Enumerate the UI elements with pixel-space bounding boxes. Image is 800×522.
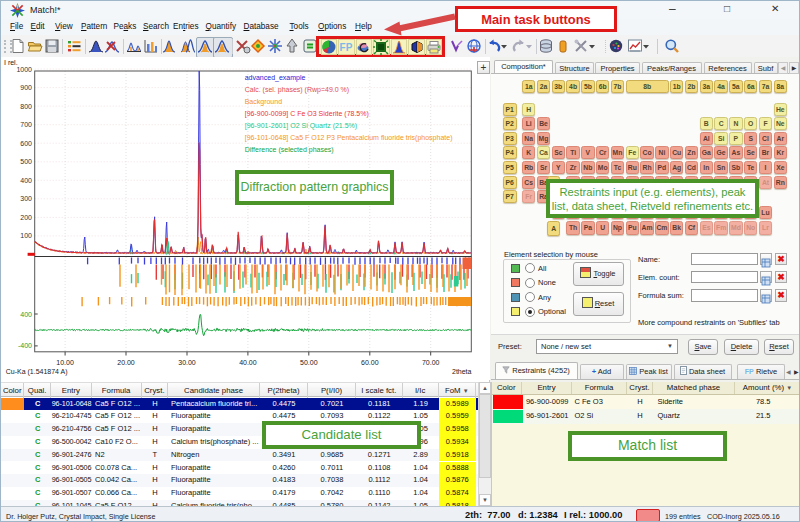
svg-text:70.00: 70.00 (422, 359, 440, 366)
svg-text:60.00: 60.00 (361, 359, 379, 366)
svg-text:Difference (selected phases): Difference (selected phases) (245, 146, 334, 154)
svg-text:400: 400 (20, 311, 32, 318)
svg-text:-400: -400 (18, 342, 32, 349)
svg-text:Calc. (sel. phases) (Rwp=49.0: Calc. (sel. phases) (Rwp=49.0 %) (245, 86, 349, 94)
svg-text:200: 200 (20, 214, 32, 221)
svg-text:700: 700 (20, 121, 32, 128)
svg-text:20.00: 20.00 (117, 359, 135, 366)
svg-text:50.00: 50.00 (300, 359, 318, 366)
svg-text:300: 300 (20, 195, 32, 202)
svg-text:[96-901-2601] O2 Si Quartz (21: [96-901-2601] O2 Si Quartz (21.5%) (245, 122, 357, 130)
svg-text:800: 800 (20, 103, 32, 110)
svg-text:40.00: 40.00 (239, 359, 257, 366)
svg-text:Cu-Ka (1.541874 A): Cu-Ka (1.541874 A) (6, 368, 68, 376)
svg-text:FP: FP (340, 42, 353, 53)
svg-text:400: 400 (20, 177, 32, 184)
svg-text:900: 900 (20, 84, 32, 91)
svg-text:2theta: 2theta (452, 368, 472, 375)
svg-text:Background: Background (245, 98, 282, 106)
svg-text:1000: 1000 (16, 66, 32, 73)
svg-text:[96-101-0648] Ca5 F O12 P3 Pen: [96-101-0648] Ca5 F O12 P3 Pentacalcium … (245, 134, 453, 142)
svg-text:I rel.: I rel. (4, 59, 18, 66)
svg-text:30.00: 30.00 (178, 359, 196, 366)
svg-text:600: 600 (20, 140, 32, 147)
svg-text:advanced_example: advanced_example (245, 74, 306, 82)
svg-text:[96-900-0099] C Fe O3 Siderite: [96-900-0099] C Fe O3 Siderite (78.5%) (245, 110, 369, 118)
svg-text:10.00: 10.00 (56, 359, 74, 366)
svg-text:500: 500 (20, 158, 32, 165)
svg-text:100: 100 (20, 232, 32, 239)
